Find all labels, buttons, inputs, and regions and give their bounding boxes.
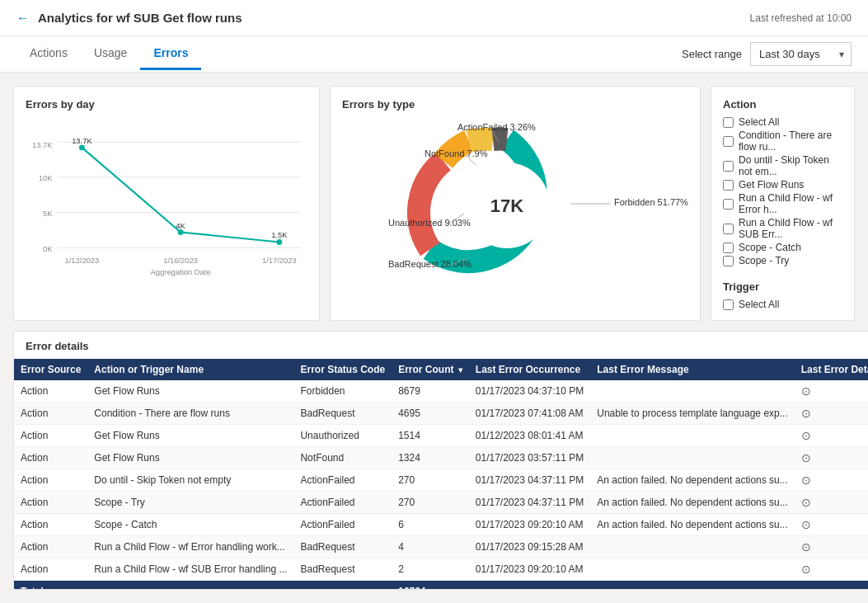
col-last-occurrence[interactable]: Last Error Occurrence: [469, 359, 590, 380]
table-footer: Total 16764: [14, 581, 868, 591]
col-last-message[interactable]: Last Error Message: [590, 359, 795, 380]
cell-detail[interactable]: ⊙: [795, 514, 868, 536]
cell-detail[interactable]: ⊙: [795, 403, 868, 425]
cell-detail[interactable]: ⊙: [795, 469, 868, 492]
error-details-title: Error details: [14, 332, 868, 359]
table-header-row: Error Source Action or Trigger Name Erro…: [14, 359, 868, 380]
errors-by-type-card: Errors by type: [330, 86, 701, 321]
cell-status-code: BadRequest: [293, 536, 392, 558]
errors-by-day-title: Errors by day: [26, 98, 307, 111]
y-label-10k: 10K: [39, 173, 53, 182]
cell-trigger-name: Run a Child Flow - wf SUB Error handling…: [87, 558, 293, 581]
detail-icon[interactable]: ⊙: [801, 473, 811, 487]
action-item-5-checkbox[interactable]: [723, 224, 734, 234]
cell-last-occ: 01/17/2023 04:37:11 PM: [469, 469, 590, 492]
action-item-7[interactable]: Scope - Try: [723, 254, 842, 267]
action-select-all[interactable]: Select All: [723, 115, 842, 129]
label-unauthorized: Unauthorized 9.03%: [388, 218, 471, 228]
detail-icon[interactable]: ⊙: [801, 407, 811, 420]
action-item-5[interactable]: Run a Child Flow - wf SUB Err...: [723, 216, 842, 241]
action-item-4-checkbox[interactable]: [723, 199, 734, 210]
cell-last-occ: 01/17/2023 07:41:08 AM: [469, 403, 590, 425]
errors-by-type-title: Errors by type: [342, 98, 688, 111]
refresh-time: Last refreshed at 10:00: [750, 12, 852, 24]
action-item-2-checkbox[interactable]: [723, 161, 734, 172]
cell-detail[interactable]: ⊙: [795, 558, 868, 581]
action-item-2[interactable]: Do until - Skip Token not em...: [723, 153, 842, 178]
top-row: Errors by day 0K 5K 10K 13.7K: [13, 86, 855, 321]
cell-error-count: 270: [392, 469, 469, 492]
table-row: Action Condition - There are flow runs B…: [14, 403, 868, 425]
range-dropdown[interactable]: Last 30 days Last 7 days Last 24 hours: [751, 43, 851, 65]
header: ← Analytics for wf SUB Get flow runs Las…: [0, 0, 868, 36]
cell-status-code: Unauthorized: [293, 425, 392, 447]
cell-last-msg: Unable to process template language exp.…: [590, 403, 795, 425]
range-dropdown-wrapper[interactable]: Last 30 days Last 7 days Last 24 hours ▾: [750, 42, 852, 66]
tab-usage[interactable]: Usage: [81, 38, 140, 70]
trigger-select-all[interactable]: Select All: [723, 298, 842, 311]
table-row: Action Run a Child Flow - wf SUB Error h…: [14, 558, 868, 581]
detail-icon[interactable]: ⊙: [801, 451, 811, 464]
table-footer-row: Total 16764: [14, 581, 868, 591]
action-item-4[interactable]: Run a Child Flow - wf Error h...: [723, 191, 842, 216]
error-details-card: Error details Error Source Action or Tri…: [13, 331, 868, 590]
action-item-6[interactable]: Scope - Catch: [723, 241, 842, 254]
cell-last-msg: [590, 536, 795, 558]
cell-source: Action: [14, 403, 87, 425]
col-trigger-name[interactable]: Action or Trigger Name: [87, 359, 293, 380]
footer-empty-5: [795, 581, 868, 591]
cell-trigger-name: Condition - There are flow runs: [87, 403, 293, 425]
cell-error-count: 6: [392, 514, 469, 536]
cell-last-msg: [590, 380, 795, 403]
cell-last-occ: 01/17/2023 09:20:10 AM: [469, 514, 590, 536]
col-last-detail[interactable]: Last Error Detail: [795, 359, 868, 380]
cell-last-msg: [590, 447, 795, 469]
cell-last-occ: 01/17/2023 03:57:11 PM: [469, 447, 590, 469]
cell-source: Action: [14, 514, 87, 536]
detail-icon[interactable]: ⊙: [801, 429, 811, 442]
action-item-7-checkbox[interactable]: [723, 256, 734, 266]
action-item-1-checkbox[interactable]: [723, 136, 734, 147]
select-range-label: Select range: [682, 48, 742, 60]
donut-segment-badrequest: [419, 161, 443, 249]
cell-detail[interactable]: ⊙: [795, 536, 868, 558]
trigger-select-all-checkbox[interactable]: [723, 299, 734, 310]
footer-total-count: 16764: [392, 581, 469, 591]
tab-errors[interactable]: Errors: [140, 38, 201, 70]
action-item-3-checkbox[interactable]: [723, 180, 734, 191]
action-select-all-checkbox[interactable]: [723, 117, 734, 128]
cell-status-code: Forbidden: [293, 380, 392, 403]
cell-trigger-name: Scope - Catch: [87, 514, 293, 536]
cell-error-count: 8679: [392, 380, 469, 403]
cell-detail[interactable]: ⊙: [795, 380, 868, 403]
action-item-3[interactable]: Get Flow Runs: [723, 178, 842, 191]
chart-dot-3: [276, 239, 282, 245]
label-notfound: NotFound 7.9%: [425, 148, 488, 158]
col-error-count[interactable]: Error Count ▾: [392, 359, 469, 380]
back-button[interactable]: ←: [16, 11, 30, 26]
detail-icon[interactable]: ⊙: [801, 518, 811, 531]
tab-actions[interactable]: Actions: [16, 38, 81, 70]
cell-trigger-name: Scope - Try: [87, 492, 293, 514]
detail-icon[interactable]: ⊙: [801, 540, 811, 554]
footer-empty-3: [469, 581, 590, 591]
action-item-6-checkbox[interactable]: [723, 243, 734, 253]
line-chart-svg: 0K 5K 10K 13.7K 13.7K 4K 1.5K 1/12/2023: [26, 119, 307, 292]
cell-detail[interactable]: ⊙: [795, 425, 868, 447]
cell-status-code: BadRequest: [293, 403, 392, 425]
table-row: Action Scope - Try ActionFailed 270 01/1…: [14, 492, 868, 514]
detail-icon[interactable]: ⊙: [801, 384, 811, 398]
action-select-all-label: Select All: [739, 116, 779, 128]
label-badrequest: BadRequest 28.04%: [388, 259, 472, 269]
table-row: Action Run a Child Flow - wf Error handl…: [14, 536, 868, 558]
cell-last-occ: 01/17/2023 04:37:10 PM: [469, 380, 590, 403]
cell-detail[interactable]: ⊙: [795, 447, 868, 469]
detail-icon[interactable]: ⊙: [801, 496, 811, 509]
cell-detail[interactable]: ⊙: [795, 492, 868, 514]
detail-icon[interactable]: ⊙: [801, 563, 811, 576]
action-item-1[interactable]: Condition - There are flow ru...: [723, 129, 842, 153]
footer-empty-1: [87, 581, 293, 591]
col-error-source[interactable]: Error Source: [14, 359, 87, 380]
col-status-code[interactable]: Error Status Code: [293, 359, 392, 380]
y-label-13k: 13.7K: [32, 140, 53, 149]
